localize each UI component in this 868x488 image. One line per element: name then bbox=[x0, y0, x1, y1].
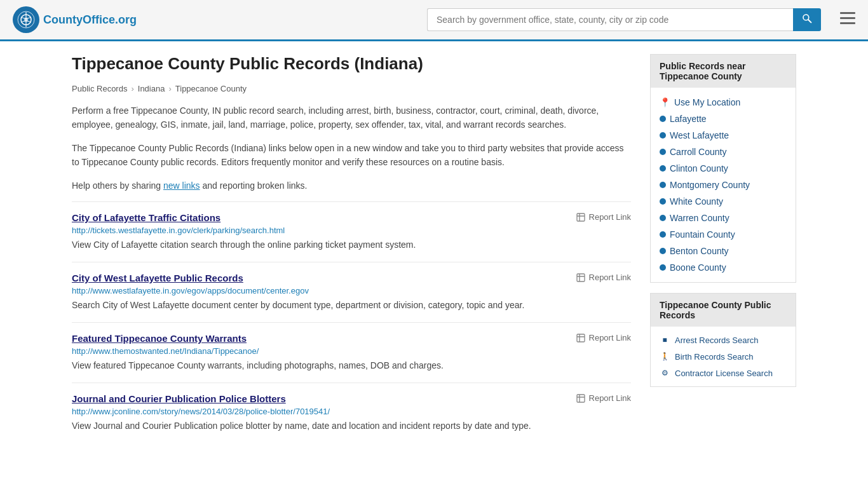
nearby-link-1[interactable]: West Lafayette bbox=[660, 127, 787, 144]
report-link-1[interactable]: Report Link bbox=[576, 273, 631, 283]
dot-icon bbox=[660, 231, 666, 238]
dot-icon bbox=[660, 264, 666, 271]
search-input[interactable] bbox=[427, 8, 793, 31]
description-2: The Tippecanoe County Public Records (In… bbox=[72, 141, 631, 170]
record-item: City of Lafayette Traffic Citations Repo… bbox=[72, 201, 631, 262]
nearby-section: Public Records near Tippecanoe County 📍 … bbox=[650, 54, 796, 283]
birth-icon: 🚶 bbox=[660, 351, 670, 362]
use-my-location-link[interactable]: 📍 Use My Location bbox=[660, 94, 787, 111]
records-container: City of Lafayette Traffic Citations Repo… bbox=[72, 201, 631, 443]
page-title: Tippecanoe County Public Records (Indian… bbox=[72, 54, 631, 74]
record-item: City of West Lafayette Public Records Re… bbox=[72, 262, 631, 322]
logo-link[interactable]: CountyOffice.org bbox=[13, 6, 137, 33]
svg-rect-7 bbox=[840, 17, 855, 19]
nearby-link-7[interactable]: Fountain County bbox=[660, 226, 787, 243]
report-link-0[interactable]: Report Link bbox=[576, 212, 631, 222]
main-container: Tippecanoe County Public Records (Indian… bbox=[59, 41, 809, 456]
dot-icon bbox=[660, 116, 666, 122]
record-item: Journal and Courier Publication Police B… bbox=[72, 383, 631, 443]
nearby-link-6[interactable]: Warren County bbox=[660, 210, 787, 226]
logo-icon bbox=[13, 6, 39, 33]
search-bar bbox=[427, 8, 821, 31]
sidebar-record-item-1[interactable]: 🚶Birth Records Search bbox=[660, 348, 787, 365]
nearby-link-9[interactable]: Boone County bbox=[660, 259, 787, 276]
new-links-link[interactable]: new links bbox=[163, 180, 200, 191]
breadcrumb-current: Tippecanoe County bbox=[175, 84, 247, 93]
nearby-link-2[interactable]: Carroll County bbox=[660, 144, 787, 160]
dot-icon bbox=[660, 182, 666, 188]
content-area: Tippecanoe County Public Records (Indian… bbox=[72, 54, 631, 443]
arrest-icon: ■ bbox=[660, 335, 670, 345]
record-item: Featured Tippecanoe County Warrants Repo… bbox=[72, 322, 631, 383]
record-desc-0: View City of Lafayette citation search t… bbox=[72, 238, 631, 252]
record-title-1[interactable]: City of West Lafayette Public Records bbox=[72, 273, 243, 283]
svg-point-3 bbox=[24, 18, 28, 22]
dot-icon bbox=[660, 149, 666, 155]
location-icon: 📍 bbox=[660, 97, 670, 107]
sidebar-record-item-0[interactable]: ■Arrest Records Search bbox=[660, 332, 787, 348]
record-url-1[interactable]: http://www.westlafayette.in.gov/egov/app… bbox=[72, 286, 631, 295]
search-button[interactable] bbox=[793, 8, 821, 31]
breadcrumb-public-records[interactable]: Public Records bbox=[72, 84, 127, 93]
dot-icon bbox=[660, 215, 666, 221]
nearby-link-5[interactable]: White County bbox=[660, 193, 787, 210]
dot-icon bbox=[660, 198, 666, 205]
record-desc-1: Search City of West Lafayette document c… bbox=[72, 299, 631, 312]
record-desc-3: View Journal and Courier Publication pol… bbox=[72, 419, 631, 433]
nearby-link-0[interactable]: Lafayette bbox=[660, 111, 787, 127]
nearby-header: Public Records near Tippecanoe County bbox=[651, 55, 796, 88]
sidebar-record-item-2[interactable]: ⚙Contractor License Search bbox=[660, 365, 787, 381]
records-section: Tippecanoe County Public Records ■Arrest… bbox=[650, 293, 796, 387]
record-desc-2: View featured Tippecanoe County warrants… bbox=[72, 359, 631, 372]
report-link-2[interactable]: Report Link bbox=[576, 333, 631, 343]
breadcrumb: Public Records › Indiana › Tippecanoe Co… bbox=[72, 84, 631, 93]
sidebar: Public Records near Tippecanoe County 📍 … bbox=[650, 54, 796, 443]
svg-line-5 bbox=[808, 20, 811, 22]
description-3: Help others by sharing new links and rep… bbox=[72, 179, 631, 193]
logo-text: CountyOffice.org bbox=[43, 13, 137, 27]
contractor-icon: ⚙ bbox=[660, 368, 670, 378]
nearby-link-4[interactable]: Montgomery County bbox=[660, 177, 787, 193]
records-section-header: Tippecanoe County Public Records bbox=[651, 294, 796, 327]
svg-rect-6 bbox=[840, 12, 855, 14]
record-title-0[interactable]: City of Lafayette Traffic Citations bbox=[72, 212, 220, 223]
record-title-2[interactable]: Featured Tippecanoe County Warrants bbox=[72, 333, 247, 344]
record-url-2[interactable]: http://www.themostwanted.net/Indiana/Tip… bbox=[72, 346, 631, 356]
record-url-3[interactable]: http://www.jconline.com/story/news/2014/… bbox=[72, 407, 631, 416]
report-link-3[interactable]: Report Link bbox=[576, 393, 631, 403]
nearby-body: 📍 Use My Location LafayetteWest Lafayett… bbox=[651, 88, 796, 282]
records-list: ■Arrest Records Search🚶Birth Records Sea… bbox=[651, 327, 796, 386]
record-url-0[interactable]: http://tickets.westlafayette.in.gov/cler… bbox=[72, 226, 631, 235]
description-1: Perform a free Tippecanoe County, IN pub… bbox=[72, 104, 631, 132]
menu-button[interactable] bbox=[840, 11, 855, 29]
breadcrumb-indiana[interactable]: Indiana bbox=[138, 84, 165, 93]
header: CountyOffice.org bbox=[0, 0, 868, 41]
nearby-link-3[interactable]: Clinton County bbox=[660, 160, 787, 177]
dot-icon bbox=[660, 132, 666, 139]
record-title-3[interactable]: Journal and Courier Publication Police B… bbox=[72, 393, 286, 404]
nearby-link-8[interactable]: Benton County bbox=[660, 243, 787, 259]
dot-icon bbox=[660, 165, 666, 172]
svg-rect-8 bbox=[840, 22, 855, 24]
dot-icon bbox=[660, 248, 666, 254]
nearby-links: LafayetteWest LafayetteCarroll CountyCli… bbox=[660, 111, 787, 276]
